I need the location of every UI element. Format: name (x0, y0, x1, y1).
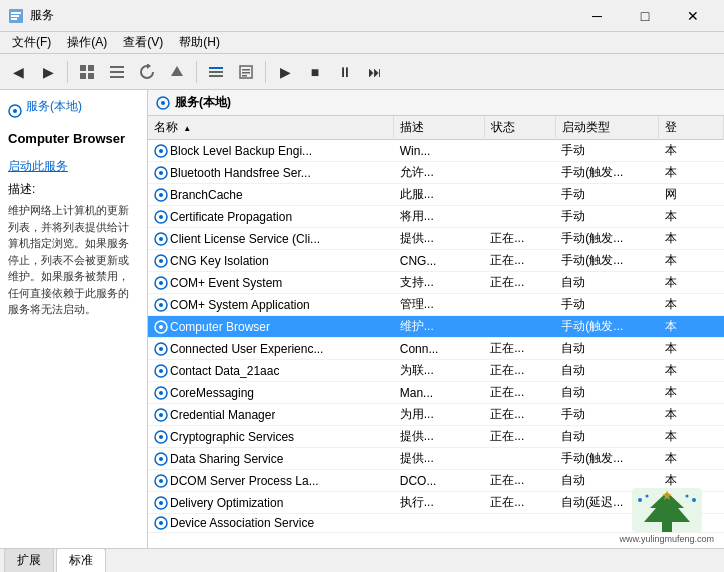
col-header-login[interactable]: 登 (659, 116, 724, 140)
up-button[interactable] (163, 58, 191, 86)
svg-point-33 (159, 259, 163, 263)
col-header-status[interactable]: 状态 (484, 116, 555, 140)
service-login-cell: 本 (659, 360, 724, 382)
service-login-cell: 本 (659, 272, 724, 294)
service-name-cell: Cryptographic Services (148, 426, 394, 448)
properties-button[interactable] (202, 58, 230, 86)
service-desc-cell (394, 514, 485, 533)
svg-point-35 (159, 281, 163, 285)
table-row[interactable]: COM+ Event System 支持...正在...自动本 (148, 272, 724, 294)
table-row[interactable]: Contact Data_21aac 为联...正在...自动本 (148, 360, 724, 382)
service-status-cell: 正在... (484, 272, 555, 294)
service-status-cell: 正在... (484, 492, 555, 514)
service-name-cell: CNG Key Isolation (148, 250, 394, 272)
table-row[interactable]: CNG Key Isolation CNG...正在...手动(触发...本 (148, 250, 724, 272)
view-button-3[interactable] (232, 58, 260, 86)
table-row[interactable]: Credential Manager 为用...正在...手动本 (148, 404, 724, 426)
refresh-button[interactable] (133, 58, 161, 86)
table-row[interactable]: CoreMessaging Man...正在...自动本 (148, 382, 724, 404)
table-row[interactable]: COM+ System Application 管理...手动本 (148, 294, 724, 316)
menu-action[interactable]: 操作(A) (59, 32, 115, 53)
service-desc-cell: 此服... (394, 184, 485, 206)
svg-point-29 (159, 215, 163, 219)
svg-rect-6 (80, 73, 86, 79)
service-status-cell: 正在... (484, 404, 555, 426)
table-row[interactable]: Certificate Propagation 将用...手动本 (148, 206, 724, 228)
minimize-button[interactable]: ─ (574, 0, 620, 32)
service-name-cell: Credential Manager (148, 404, 394, 426)
service-list-scroll[interactable]: 名称 ▲ 描述 状态 启动类型 登 Block Level (148, 116, 724, 548)
service-status-cell (484, 206, 555, 228)
service-table: 名称 ▲ 描述 状态 启动类型 登 Block Level (148, 116, 724, 533)
table-row[interactable]: Connected User Experienc... Conn...正在...… (148, 338, 724, 360)
svg-point-21 (161, 101, 165, 105)
service-status-cell: 正在... (484, 228, 555, 250)
service-desc-cell: 支持... (394, 272, 485, 294)
service-status-cell: 正在... (484, 250, 555, 272)
close-button[interactable]: ✕ (670, 0, 716, 32)
svg-rect-1 (11, 12, 21, 14)
pause-button[interactable]: ⏸ (331, 58, 359, 86)
services-icon (8, 104, 22, 118)
svg-point-19 (13, 109, 17, 113)
view-button-2[interactable] (103, 58, 131, 86)
svg-point-57 (159, 521, 163, 525)
svg-rect-9 (110, 71, 124, 73)
desc-label: 描述: (8, 182, 35, 196)
title-bar: 服务 ─ □ ✕ (0, 0, 724, 32)
play-button[interactable]: ▶ (271, 58, 299, 86)
service-desc-cell: Man... (394, 382, 485, 404)
table-row[interactable]: Cryptographic Services 提供...正在...自动本 (148, 426, 724, 448)
restart-button[interactable]: ⏭ (361, 58, 389, 86)
start-service-link[interactable]: 启动此服务 (8, 159, 68, 173)
menu-file[interactable]: 文件(F) (4, 32, 59, 53)
service-name-cell: CoreMessaging (148, 382, 394, 404)
table-row[interactable]: Computer Browser 维护...手动(触发...本 (148, 316, 724, 338)
svg-rect-13 (209, 75, 223, 77)
table-row[interactable]: BranchCache 此服...手动网 (148, 184, 724, 206)
menu-help[interactable]: 帮助(H) (171, 32, 228, 53)
svg-point-61 (692, 498, 696, 502)
table-header-row: 名称 ▲ 描述 状态 启动类型 登 (148, 116, 724, 140)
separator-2 (196, 61, 197, 83)
table-row[interactable]: Bluetooth Handsfree Ser... 允许...手动(触发...… (148, 162, 724, 184)
stop-button[interactable]: ■ (301, 58, 329, 86)
service-status-cell: 正在... (484, 470, 555, 492)
service-desc-cell: DCO... (394, 470, 485, 492)
service-startup-cell: 手动 (555, 140, 658, 162)
svg-point-41 (159, 347, 163, 351)
watermark-logo (632, 488, 702, 532)
table-row[interactable]: Client License Service (Cli... 提供...正在..… (148, 228, 724, 250)
view-button-1[interactable] (73, 58, 101, 86)
service-login-cell: 本 (659, 382, 724, 404)
menu-view[interactable]: 查看(V) (115, 32, 171, 53)
service-login-cell: 本 (659, 250, 724, 272)
service-desc-cell: 为用... (394, 404, 485, 426)
forward-button[interactable]: ▶ (34, 58, 62, 86)
back-button[interactable]: ◀ (4, 58, 32, 86)
svg-rect-16 (242, 72, 250, 74)
service-startup-cell: 手动(触发... (555, 448, 658, 470)
tab-standard[interactable]: 标准 (56, 548, 106, 572)
col-header-startup[interactable]: 启动类型 (555, 116, 658, 140)
sort-arrow: ▲ (183, 124, 191, 133)
service-name-cell: Connected User Experienc... (148, 338, 394, 360)
table-row[interactable]: Block Level Backup Engi... Win...手动本 (148, 140, 724, 162)
maximize-button[interactable]: □ (622, 0, 668, 32)
col-header-desc[interactable]: 描述 (394, 116, 485, 140)
service-login-cell: 本 (659, 140, 724, 162)
service-desc-cell: 维护... (394, 316, 485, 338)
svg-point-53 (159, 479, 163, 483)
service-login-cell: 本 (659, 448, 724, 470)
col-header-name[interactable]: 名称 ▲ (148, 116, 394, 140)
service-startup-cell: 手动 (555, 404, 658, 426)
svg-rect-11 (209, 67, 223, 69)
tab-extended[interactable]: 扩展 (4, 548, 54, 572)
service-desc-cell: 为联... (394, 360, 485, 382)
svg-point-45 (159, 391, 163, 395)
window-controls: ─ □ ✕ (574, 0, 716, 32)
service-startup-cell: 手动(触发... (555, 316, 658, 338)
table-row[interactable]: Data Sharing Service 提供...手动(触发...本 (148, 448, 724, 470)
service-login-cell: 本 (659, 404, 724, 426)
left-nav-title[interactable]: 服务(本地) (26, 98, 82, 115)
